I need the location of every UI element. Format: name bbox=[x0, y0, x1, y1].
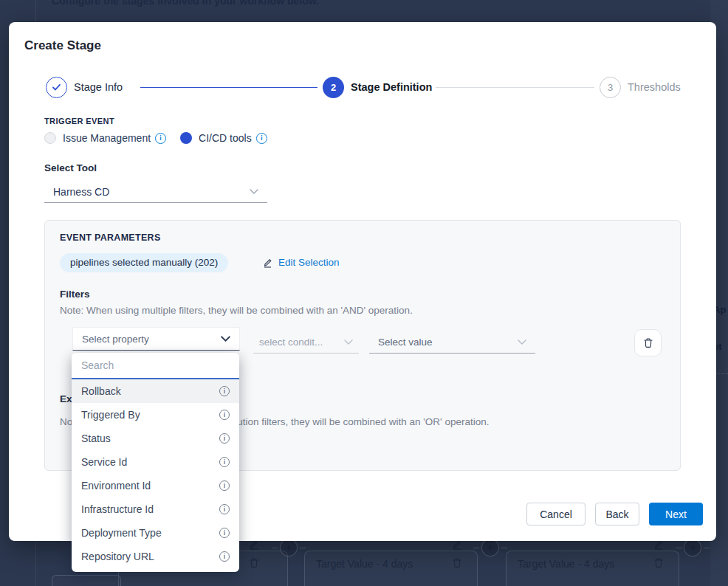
filters-note: Note: When using multiple filters, they … bbox=[60, 305, 413, 316]
chevron-down-icon bbox=[518, 339, 526, 345]
dropdown-item-status[interactable]: Status i bbox=[72, 427, 239, 450]
dropdown-item-label: Environment Id bbox=[81, 480, 219, 492]
property-dropdown: Rollback i Triggered By i Status i Servi… bbox=[72, 353, 239, 572]
dropdown-item-label: Repository URL bbox=[81, 551, 219, 562]
info-icon[interactable]: i bbox=[219, 504, 230, 514]
select-tool-label: Select Tool bbox=[44, 162, 97, 173]
background-stage-card: Target Value - 4 days bbox=[304, 551, 478, 586]
info-icon[interactable]: i bbox=[219, 386, 230, 396]
delete-filter-button[interactable] bbox=[634, 329, 662, 356]
dropdown-item-label: Triggered By bbox=[81, 409, 219, 421]
chevron-down-icon bbox=[221, 336, 230, 342]
add-stage-icon: + bbox=[481, 539, 499, 556]
plus-glyph: + bbox=[690, 542, 696, 554]
step-2-label[interactable]: Stage Definition bbox=[351, 81, 432, 93]
tool-select-value: Harness CD bbox=[53, 186, 109, 198]
dropdown-item-environment-id[interactable]: Environment Id i bbox=[72, 474, 239, 497]
radio-cicd-tools-label[interactable]: CI/CD tools bbox=[199, 132, 252, 144]
search-input[interactable] bbox=[72, 353, 239, 379]
info-glyph: i bbox=[261, 135, 263, 142]
stage-card-label: Target Value - 4 days bbox=[316, 558, 413, 570]
app-screen: Configure the stages involved in your wo… bbox=[0, 0, 728, 586]
trash-icon bbox=[249, 557, 259, 568]
radio-cicd-tools[interactable] bbox=[180, 132, 192, 144]
plus-glyph: + bbox=[487, 542, 493, 554]
info-icon[interactable]: i bbox=[219, 457, 230, 467]
info-icon[interactable]: i bbox=[256, 133, 267, 144]
event-parameters-heading: EVENT PARAMETERS bbox=[60, 232, 161, 243]
back-button[interactable]: Back bbox=[595, 503, 639, 525]
value-select[interactable]: Select value bbox=[369, 331, 535, 354]
step-connector bbox=[436, 87, 594, 88]
background-stage-card: Target Value - 4 days bbox=[506, 551, 679, 586]
condition-select-placeholder: select condit... bbox=[259, 337, 323, 348]
info-glyph: i bbox=[224, 530, 226, 537]
chevron-down-icon bbox=[250, 189, 258, 194]
trash-icon bbox=[653, 557, 664, 568]
add-stage-icon: + bbox=[280, 539, 298, 556]
stepper: Stage Info 2 Stage Definition 3 Threshol… bbox=[9, 77, 716, 99]
step-1-label[interactable]: Stage Info bbox=[74, 81, 123, 93]
info-icon[interactable]: i bbox=[219, 528, 230, 538]
chevron-down-icon bbox=[344, 339, 353, 345]
condition-select[interactable]: select condit... bbox=[253, 331, 359, 354]
dropdown-item-label: Service Id bbox=[81, 456, 219, 468]
modal-title: Create Stage bbox=[24, 38, 101, 53]
edit-selection-label: Edit Selection bbox=[278, 257, 340, 268]
background-header-text: Configure the stages involved in your wo… bbox=[52, 0, 319, 7]
edit-icon bbox=[249, 540, 259, 550]
info-glyph: i bbox=[224, 388, 226, 395]
step-connector bbox=[140, 87, 317, 88]
info-glyph: i bbox=[224, 435, 226, 442]
dropdown-item-label: Infrastructure Id bbox=[81, 503, 219, 515]
dropdown-item-infrastructure-id[interactable]: Infrastructure Id i bbox=[72, 497, 239, 521]
check-icon bbox=[52, 83, 61, 92]
edit-icon bbox=[452, 540, 462, 550]
radio-issue-management[interactable] bbox=[44, 132, 56, 144]
trash-icon bbox=[643, 337, 653, 348]
info-glyph: i bbox=[224, 554, 226, 560]
property-select-placeholder: Select property bbox=[82, 334, 149, 345]
step-3-indicator[interactable]: 3 bbox=[600, 77, 621, 98]
plus-glyph: + bbox=[286, 542, 292, 554]
info-icon[interactable]: i bbox=[219, 433, 230, 444]
step-2-number: 2 bbox=[331, 82, 336, 93]
dropdown-item-deployment-type[interactable]: Deployment Type i bbox=[72, 521, 239, 545]
selection-pill: pipelines selected manually (202) bbox=[60, 253, 228, 272]
info-glyph: i bbox=[159, 135, 162, 142]
dropdown-item-label: Deployment Type bbox=[81, 527, 219, 539]
step-1-indicator[interactable] bbox=[46, 77, 67, 98]
tool-select[interactable]: Harness CD bbox=[44, 181, 267, 203]
dropdown-item-service-id[interactable]: Service Id i bbox=[72, 450, 239, 474]
step-3-number: 3 bbox=[608, 82, 613, 93]
stage-card-label: Target Value - 4 days bbox=[518, 558, 614, 570]
info-glyph: i bbox=[224, 459, 226, 466]
info-glyph: i bbox=[224, 506, 226, 513]
radio-issue-management-label[interactable]: Issue Management bbox=[63, 132, 151, 144]
filters-heading: Filters bbox=[60, 289, 90, 300]
value-select-placeholder: Select value bbox=[378, 337, 433, 348]
cancel-button[interactable]: Cancel bbox=[526, 503, 586, 525]
edit-icon bbox=[653, 540, 664, 550]
trash-icon bbox=[452, 557, 462, 568]
info-glyph: i bbox=[224, 412, 226, 418]
property-select[interactable]: Select property bbox=[72, 327, 240, 351]
info-icon[interactable]: i bbox=[219, 480, 230, 491]
trigger-event-label: TRIGGER EVENT bbox=[44, 117, 114, 125]
trigger-event-options: Issue Management i CI/CD tools i bbox=[44, 131, 267, 145]
info-glyph: i bbox=[224, 483, 226, 489]
step-3-label[interactable]: Thresholds bbox=[628, 81, 681, 93]
dropdown-item-triggered-by[interactable]: Triggered By i bbox=[72, 403, 239, 427]
next-button[interactable]: Next bbox=[649, 503, 703, 525]
step-2-indicator[interactable]: 2 bbox=[323, 77, 344, 98]
edit-icon bbox=[263, 258, 273, 268]
edit-selection-link[interactable]: Edit Selection bbox=[263, 257, 340, 268]
add-stage-icon: + bbox=[684, 539, 701, 556]
info-icon[interactable]: i bbox=[219, 410, 230, 420]
dropdown-item-label: Rollback bbox=[81, 385, 219, 397]
dropdown-item-label: Status bbox=[81, 432, 219, 444]
info-icon[interactable]: i bbox=[155, 133, 166, 144]
dropdown-item-rollback[interactable]: Rollback i bbox=[72, 379, 239, 403]
dropdown-item-repository-url[interactable]: Repository URL i bbox=[72, 545, 239, 568]
info-icon[interactable]: i bbox=[219, 551, 230, 562]
